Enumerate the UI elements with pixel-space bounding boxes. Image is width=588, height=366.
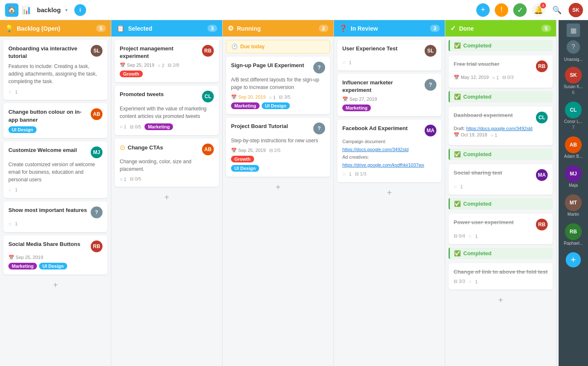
dropdown-caret-icon[interactable]: ▾ [65,7,68,13]
sidebar-user-martin[interactable]: MT Martin [563,193,583,218]
card-avatar: ? [313,123,325,134]
check-circle-icon: ✅ [454,201,461,207]
selected-body: Project management experiment RB 📅 Sep 2… [111,37,222,366]
user-avatar[interactable]: SK [569,3,583,17]
search-button[interactable]: 🔍 [550,3,564,17]
completed-header-1: ✅ Completed [449,40,553,51]
card-date: 📅 Oct 19, 2018 [454,132,487,138]
card-onboarding[interactable]: Onboarding via interactive tutorial SL F… [3,40,108,100]
card-pm-experiment[interactable]: Project management experiment RB 📅 Sep 2… [115,40,219,82]
add-card-running[interactable]: + [226,180,330,195]
tag-marketing: Marketing [342,105,371,111]
card-ux-test[interactable]: User Experience Test SL ○ 1 [337,40,441,71]
comment-count: 1 [460,184,463,189]
card-desc: Draft: https://docs.google.com/3492sld [454,126,548,131]
card-features[interactable]: Show most important features ? ○ 1 [3,201,108,232]
add-card-review[interactable]: + [337,186,441,200]
check-button[interactable]: ✓ [513,3,527,17]
card-button-colour[interactable]: Change button colour on in-app banner AB… [3,103,108,138]
card-welcome-email[interactable]: Customize Welcome email MJ Create custom… [3,141,108,198]
card-title: Influencer marketer experiment [342,79,421,94]
card-avatar: RB [536,219,548,230]
sidebar-user-conor[interactable]: CL Conor L... 7 [562,100,584,131]
card-avatar: CL [536,112,548,123]
tag-uidesign: UI Design [8,126,37,133]
card-link-fold[interactable]: Change of link to above the fold test ⊟ … [449,263,553,290]
card-power-user[interactable]: Power user experiment RB ⊟ 0/4 ○ 1 [449,214,553,244]
grid-view-icon[interactable]: ▦ [567,24,580,37]
card-desc: A/B test different layouts for the sign-… [231,76,325,91]
card-date: 📅 Sep 25, 2019 [8,255,43,260]
sidebar-user-label: Susan K... [564,84,583,89]
add-card-selected[interactable]: + [115,190,219,205]
running-body: 🕐 Due today Sign-up Page UI Experiment ?… [223,37,333,366]
draft-link[interactable]: https://docs.google.com/3492sld [466,126,533,131]
backlog-title: Backlog (Open) [17,25,93,32]
completed-label: Completed [463,42,491,49]
alert-button[interactable]: ! [495,3,508,17]
subtask-count: ⊟ 0/4 [454,233,465,239]
check-circle-icon: ✅ [454,250,461,256]
completed-header-4: ✅ Completed [449,198,553,209]
card-board-tutorial[interactable]: Project Board Tutorial ? Step-by-step in… [226,118,330,177]
card-signup-experiment[interactable]: Sign-up Page UI Experiment ? A/B test di… [226,57,330,114]
ad-creatives-label: Ad creatives: [342,154,436,159]
done-icon: ✓ [450,24,456,32]
sidebar-user-label: Martin [567,212,579,217]
review-body: User Experience Test SL ○ 1 Influencer m… [334,37,445,366]
card-social-media[interactable]: Social Media Share Buttons RB 📅 Sep 25, … [3,235,108,274]
sidebar-avatar: AB [565,136,582,153]
comment-icon: ○ [8,187,12,193]
tag-uidesign: UI Design [262,102,290,109]
card-avatar: SL [425,45,436,57]
card-avatar: RB [202,45,214,57]
unassigned-filter[interactable]: ? [567,40,580,54]
subtask-count: ⊟ 1/3 [355,171,366,177]
add-member-button[interactable]: + [566,252,581,267]
sidebar-user-count: 7 [572,125,575,130]
card-desc: Features to include: Creating a task, ad… [8,63,102,85]
campaign-link[interactable]: https://docs.google.com/3492sld [342,147,409,152]
comment-icon: ○ [454,183,457,190]
card-desc: Step-by-step instructions for new users [231,137,325,144]
completed-header-5: ✅ Completed [449,248,553,259]
comment-count: 1 [475,279,478,284]
sidebar-user-adam[interactable]: AB Adam B... [562,135,584,160]
subtask-count: ⊟ 0/5 [130,176,141,182]
card-facebook-ad[interactable]: Facebook Ad Experiment MA Campaign docum… [337,120,441,182]
card-title: User Experience Test [342,45,421,52]
card-title: Customize Welcome email [8,146,87,154]
add-card-done[interactable]: + [449,293,553,308]
check-circle-icon: ✅ [454,42,461,49]
completed-header-3: ✅ Completed [449,149,553,160]
info-button[interactable]: i [74,4,86,16]
sidebar-user-susan[interactable]: SK Susan K... 6 [562,65,585,97]
tag-growth: Growth [120,71,143,77]
card-title: Show most important features [8,207,87,214]
card-free-trial[interactable]: Free trial voucher RB 📅 May 12, 2019 ○ 1… [449,55,553,88]
card-date: 📅 Sep 27, 2019 [342,97,377,102]
sidebar-user-raphael[interactable]: RB Raphael... [562,222,585,247]
done-count: 5 [541,25,551,32]
card-influencer[interactable]: Influencer marketer experiment ? 📅 Sep 2… [337,74,441,116]
add-button[interactable]: + [476,3,490,17]
card-change-ctas[interactable]: ⊙ Change CTAs AB Change wording, color, … [115,139,219,187]
card-desc: Experiment with the value of marketing c… [120,105,214,120]
column-header-done: ✓ Done 5 [445,20,556,37]
ad-creatives-link[interactable]: https://drive.google.com/ksdfhki/1037wx [342,162,424,167]
running-count: 2 [319,25,328,32]
sidebar-user-maja[interactable]: MJ Maja [563,164,583,189]
sidebar-avatar: CL [565,102,582,118]
card-promoted-tweets[interactable]: Promoted tweets CL Experiment with the v… [115,86,219,135]
selected-count: 3 [207,25,217,32]
running-icon: ⚙ [228,24,234,32]
add-card-backlog[interactable]: + [3,278,108,293]
card-dashboard-experiment[interactable]: Dashboard experiment CL Draft: https://d… [449,107,553,145]
card-social-sharing[interactable]: Social sharing test MA ○ 1 [449,164,553,195]
column-done: ✓ Done 5 ✅ Completed Free trial voucher … [445,20,556,366]
notification-button[interactable]: 🔔 4 [532,3,545,17]
home-icon[interactable]: 🏠 [5,3,18,17]
columns-area: 💡 Backlog (Open) 5 Onboarding via intera… [0,20,559,366]
comment-count: 1 [15,221,18,226]
sidebar-user-label: Maja [569,183,578,188]
